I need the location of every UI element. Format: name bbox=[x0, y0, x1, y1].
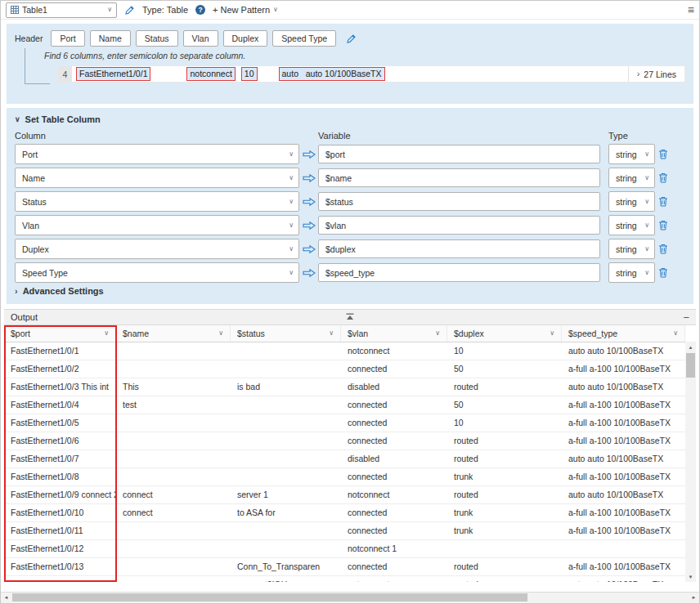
table-row[interactable]: FastEthernet1/0/7disabledroutedauto auto… bbox=[4, 450, 685, 468]
pattern-match-token[interactable]: 10 bbox=[241, 67, 258, 81]
table-cell bbox=[231, 414, 341, 432]
delete-column-button[interactable] bbox=[655, 149, 668, 159]
variable-input[interactable] bbox=[318, 263, 600, 282]
chevron-down-icon: ∨ bbox=[644, 199, 649, 205]
table-row[interactable]: FastEthernet1/0/2connected50a-full a-100… bbox=[4, 360, 685, 378]
pattern-column-button[interactable]: Duplex bbox=[223, 30, 268, 47]
pattern-column-button[interactable]: Port bbox=[51, 30, 84, 47]
table-row[interactable]: FastEthernet1/0/6connectedrouteda-full a… bbox=[4, 432, 685, 450]
variable-header-label: Variable bbox=[318, 131, 600, 141]
pattern-column-buttons: PortNameStatusVlanDuplexSpeed Type bbox=[51, 30, 336, 47]
menu-icon[interactable]: ≡ bbox=[688, 3, 694, 16]
table-select[interactable]: Table1 ∨ bbox=[6, 2, 117, 18]
output-column-header[interactable]: $name∨ bbox=[116, 325, 231, 342]
table-cell: connect2IOU bbox=[231, 576, 341, 582]
table-row[interactable]: FastEthernet1/0/4testconnected50a-full a… bbox=[4, 396, 685, 414]
table-row[interactable]: FastEthernet1/0/9 connect 2connectserver… bbox=[4, 486, 685, 504]
type-select[interactable]: string∨ bbox=[608, 144, 655, 164]
lines-expand-button[interactable]: › 27 Lines bbox=[628, 66, 684, 82]
column-select[interactable]: Port∨ bbox=[15, 144, 299, 164]
table-cell: server 1 bbox=[231, 486, 341, 503]
chevron-down-icon: ∨ bbox=[289, 151, 294, 158]
horizontal-scrollbar[interactable]: ◄ ► bbox=[1, 592, 699, 603]
table-cell: connected bbox=[341, 396, 447, 414]
advanced-settings-toggle[interactable]: › Advanced Settings bbox=[15, 286, 685, 296]
column-select-value: Duplex bbox=[22, 244, 49, 254]
table-row[interactable]: FastEthernet1/0/12notconnect 1 bbox=[4, 540, 685, 558]
output-column-header[interactable]: $status∨ bbox=[231, 325, 341, 342]
output-column-header[interactable]: $duplex∨ bbox=[447, 325, 562, 342]
table-cell bbox=[116, 468, 231, 485]
pattern-match-token[interactable]: FastEthernet1/0/1 bbox=[76, 67, 150, 81]
table-cell bbox=[231, 468, 341, 485]
type-select[interactable]: string∨ bbox=[608, 191, 655, 212]
scroll-right-button[interactable]: ► bbox=[689, 593, 699, 602]
edit-table-name-icon[interactable] bbox=[124, 5, 135, 16]
type-select[interactable]: string∨ bbox=[608, 262, 655, 283]
pattern-column-button[interactable]: Status bbox=[136, 30, 178, 47]
horizontal-scroll-thumb[interactable] bbox=[12, 593, 527, 602]
table-cell: routed bbox=[447, 576, 562, 582]
vertical-scrollbar[interactable]: ▲ ▼ bbox=[685, 342, 696, 582]
table-cell: a-full a-100 10/100BaseTX bbox=[562, 432, 685, 450]
table-row[interactable]: FastEthernet1/0/13Conn_To_Transparenconn… bbox=[4, 558, 685, 576]
delete-column-button[interactable] bbox=[655, 220, 668, 230]
output-column-header[interactable]: $speed_type∨ bbox=[562, 325, 685, 342]
table-cell: disabled bbox=[341, 450, 447, 468]
column-select[interactable]: Duplex∨ bbox=[15, 239, 299, 259]
variable-input[interactable] bbox=[318, 168, 600, 187]
type-select[interactable]: string∨ bbox=[608, 239, 655, 259]
chevron-down-icon: ∨ bbox=[289, 199, 294, 205]
pattern-column-button[interactable]: Vlan bbox=[183, 30, 218, 47]
variable-input[interactable] bbox=[318, 145, 600, 163]
output-column-header[interactable]: $vlan∨ bbox=[341, 325, 447, 342]
type-select-value: string bbox=[616, 244, 637, 254]
scroll-up-button[interactable]: ▲ bbox=[685, 342, 696, 352]
delete-column-button[interactable] bbox=[655, 267, 668, 278]
vertical-scroll-thumb[interactable] bbox=[686, 353, 695, 378]
help-icon[interactable]: ? bbox=[195, 5, 205, 15]
type-select[interactable]: string∨ bbox=[608, 215, 655, 235]
table-row[interactable]: FastEthernet1/0/3 This intThisis baddisa… bbox=[4, 378, 685, 396]
pattern-column-button[interactable]: Name bbox=[90, 30, 131, 47]
table-row[interactable]: FastEthernet1/0/5connected10a-full a-100… bbox=[4, 414, 685, 432]
table-cell: FastEthernet1/0/1 bbox=[4, 342, 116, 360]
table-row[interactable]: FastEthernet1/0/8connectedtrunka-full a-… bbox=[4, 468, 685, 486]
sample-tokens: FastEthernet1/0/1notconnect10auto auto 1… bbox=[72, 67, 385, 81]
pattern-match-token[interactable]: auto auto 10/100BaseTX bbox=[279, 67, 385, 81]
scroll-down-button[interactable]: ▼ bbox=[685, 571, 696, 582]
table-row[interactable]: FastEthernet1/0/1notconnect10auto auto 1… bbox=[4, 342, 685, 360]
minimize-panel-icon[interactable]: − bbox=[683, 312, 689, 323]
variable-input[interactable] bbox=[318, 192, 600, 211]
new-pattern-button[interactable]: + New Pattern ∨ bbox=[213, 5, 278, 15]
scroll-left-button[interactable]: ◄ bbox=[1, 593, 11, 602]
column-select-value: Port bbox=[22, 150, 38, 159]
table-cell: a-full a-100 10/100BaseTX bbox=[562, 504, 685, 521]
chevron-down-icon: ∨ bbox=[289, 246, 294, 253]
edit-pattern-icon[interactable] bbox=[346, 34, 357, 44]
collapse-panel-icon[interactable] bbox=[346, 313, 355, 320]
column-select[interactable]: Status∨ bbox=[15, 191, 299, 212]
output-column-header[interactable]: $port∨ bbox=[4, 325, 116, 342]
type-select[interactable]: string∨ bbox=[608, 168, 655, 188]
delete-column-button[interactable] bbox=[655, 196, 668, 207]
pattern-editor-window: Table1 ∨ Type: Table ? + New Pattern ∨ ≡… bbox=[0, 0, 700, 604]
table-row[interactable]: FastEthernet1/0/10connectto ASA forconne… bbox=[4, 504, 685, 522]
set-table-column-toggle[interactable]: ∨ Set Table Column bbox=[15, 114, 685, 124]
pattern-match-token[interactable]: notconnect bbox=[186, 67, 235, 81]
table-row[interactable]: FastEthernet1/0/14connect2IOUnotconnectr… bbox=[4, 576, 685, 582]
lines-count-label: 27 Lines bbox=[644, 69, 676, 79]
chevron-down-icon: ∨ bbox=[104, 330, 109, 337]
variable-input[interactable] bbox=[318, 239, 600, 258]
pattern-column-button[interactable]: Speed Type bbox=[272, 30, 336, 47]
delete-column-button[interactable] bbox=[655, 172, 668, 183]
column-mapping-row: Port∨string∨ bbox=[15, 144, 685, 163]
column-select[interactable]: Name∨ bbox=[15, 168, 299, 188]
column-select[interactable]: Vlan∨ bbox=[15, 215, 299, 235]
delete-column-button[interactable] bbox=[655, 244, 668, 254]
chevron-down-icon: ∨ bbox=[644, 222, 649, 229]
variable-input[interactable] bbox=[318, 216, 600, 235]
table-row[interactable]: FastEthernet1/0/11connectedtrunka-full a… bbox=[4, 522, 685, 540]
column-select[interactable]: Speed Type∨ bbox=[15, 262, 299, 283]
type-label: Type: Table bbox=[142, 5, 188, 15]
